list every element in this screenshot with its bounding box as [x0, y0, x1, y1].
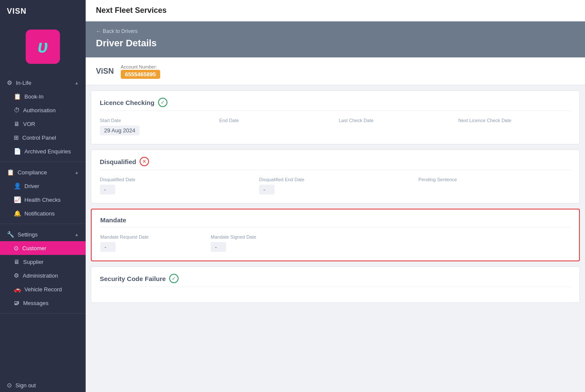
disqualified-card: Disqualified ✕ Disqualified Date - Disqu… [91, 150, 580, 203]
messages-icon: 🖳 [14, 299, 20, 306]
sign-out-label: Sign out [15, 382, 36, 389]
mandate-signed-date-value: - [211, 242, 226, 252]
sidebar-item-archived-enquiries[interactable]: 📄 Archived Enquiries [0, 144, 86, 158]
sidebar-item-authorisation[interactable]: ⏱ Authorisation [0, 103, 86, 117]
inlife-chevron: ▲ [75, 81, 79, 85]
divider-2 [0, 224, 86, 224]
messages-label: Messages [23, 300, 48, 306]
logo: υ [26, 30, 60, 64]
app-title-area: VISN [0, 0, 86, 23]
app-title: VISN [7, 7, 27, 16]
book-in-icon: 📋 [14, 93, 21, 100]
next-licence-check-date-label: Next Licence Check Date [458, 118, 571, 123]
field-start-date: Start Date 29 Aug 2024 [100, 118, 212, 135]
licence-checking-header: Licence Checking ✓ [100, 98, 571, 111]
disqualified-date-label: Disqualified Date [100, 177, 252, 182]
field-mandate-signed-date: Mandate Signed Date - [211, 234, 314, 252]
notifications-icon: 🔔 [14, 210, 21, 217]
health-checks-label: Health Checks [24, 197, 61, 203]
sign-out-icon: ⊙ [7, 382, 12, 389]
pending-sentence-label: Pending Sentence [418, 177, 571, 182]
disqualified-end-date-value: - [259, 185, 275, 195]
account-number-label: Account Number: [121, 64, 160, 69]
field-last-check-date: Last Check Date [339, 118, 451, 135]
vehicle-record-label: Vehicle Record [24, 286, 62, 293]
settings-icon: 🔧 [7, 231, 14, 238]
account-number-badge: 6555465895 [121, 70, 160, 79]
vehicle-record-icon: 🚗 [14, 286, 21, 293]
main-content: Next Fleet Services ← Back to Drivers Dr… [86, 0, 585, 392]
visn-card: ViSN Account Number: 6555465895 [86, 57, 585, 85]
customer-label: Customer [22, 245, 46, 251]
end-date-label: End Date [219, 118, 332, 123]
sidebar-item-supplier[interactable]: 🖥 Supplier [0, 255, 86, 269]
supplier-icon: 🖥 [14, 258, 20, 265]
settings-group-header[interactable]: 🔧 Settings ▲ [0, 227, 86, 241]
licence-checking-fields: Start Date 29 Aug 2024 End Date Last Che… [100, 118, 571, 135]
mandate-fields: Mandate Request Date - Mandate Signed Da… [100, 234, 314, 252]
inlife-icon: ⚙ [7, 79, 12, 86]
compliance-section: 📋 Compliance ▲ 👤 Driver 📈 Health Checks … [0, 164, 86, 222]
administration-label: Administration [23, 272, 58, 279]
disqualified-fields: Disqualified Date - Disqualified End Dat… [100, 177, 571, 195]
sidebar-item-health-checks[interactable]: 📈 Health Checks [0, 193, 86, 206]
authorisation-label: Authorisation [23, 107, 56, 114]
sidebar-item-customer[interactable]: ⊙ Customer [0, 241, 86, 255]
sidebar-item-book-in[interactable]: 📋 Book-In [0, 90, 86, 103]
licence-checking-title: Licence Checking [100, 99, 155, 106]
compliance-group-header[interactable]: 📋 Compliance ▲ [0, 165, 86, 179]
customer-icon: ⊙ [14, 245, 19, 251]
driver-label: Driver [24, 183, 39, 189]
inlife-group-header[interactable]: ⚙ In-Life ▲ [0, 76, 86, 90]
security-code-failure-card: Security Code Failure ✓ [91, 266, 580, 303]
back-arrow-icon: ← [96, 28, 101, 34]
field-end-date: End Date [219, 118, 332, 135]
supplier-label: Supplier [23, 259, 44, 265]
sidebar-item-driver[interactable]: 👤 Driver [0, 179, 86, 193]
sidebar-item-sign-out[interactable]: ⊙ Sign out [0, 378, 86, 392]
disqualified-date-value: - [100, 185, 115, 195]
sidebar-item-messages[interactable]: 🖳 Messages [0, 296, 86, 310]
security-code-failure-title: Security Code Failure [100, 275, 166, 282]
authorisation-icon: ⏱ [14, 107, 20, 114]
field-disqualified-end-date: Disqualified End Date - [259, 177, 412, 195]
field-pending-sentence: Pending Sentence [418, 177, 571, 195]
back-link[interactable]: ← Back to Drivers [96, 28, 575, 34]
compliance-icon: 📋 [7, 169, 14, 176]
sidebar: VISN υ ⚙ In-Life ▲ 📋 Book-In ⏱ Authorisa… [0, 0, 86, 392]
back-link-label: Back to Drivers [103, 28, 137, 34]
settings-section: 🔧 Settings ▲ ⊙ Customer 🖥 Supplier ⚙ Adm… [0, 226, 86, 311]
page-title: Driver Details [96, 38, 575, 49]
settings-chevron: ▲ [75, 232, 79, 237]
field-disqualified-date: Disqualified Date - [100, 177, 252, 195]
mandate-signed-date-label: Mandate Signed Date [211, 234, 314, 239]
driver-icon: 👤 [14, 183, 21, 189]
archived-enquiries-label: Archived Enquiries [24, 148, 71, 155]
content-area: ← Back to Drivers Driver Details ViSN Ac… [86, 21, 585, 392]
sidebar-item-vor[interactable]: 🖥 VOR [0, 117, 86, 131]
mandate-request-date-value: - [100, 242, 116, 252]
compliance-label: Compliance [18, 169, 47, 176]
last-check-date-label: Last Check Date [339, 118, 451, 123]
licence-checking-card: Licence Checking ✓ Start Date 29 Aug 202… [91, 90, 580, 144]
vor-label: VOR [23, 121, 35, 127]
control-panel-label: Control Panel [22, 135, 56, 141]
inlife-section: ⚙ In-Life ▲ 📋 Book-In ⏱ Authorisation 🖥 … [0, 74, 86, 160]
vor-icon: 🖥 [14, 120, 20, 127]
sidebar-item-control-panel[interactable]: ⊞ Control Panel [0, 131, 86, 144]
start-date-value: 29 Aug 2024 [100, 126, 140, 135]
sidebar-item-administration[interactable]: ⚙ Administration [0, 269, 86, 282]
settings-label: Settings [18, 231, 38, 238]
security-code-failure-status-icon: ✓ [169, 274, 179, 283]
archived-enquiries-icon: 📄 [14, 148, 21, 155]
field-next-licence-check-date: Next Licence Check Date [458, 118, 571, 135]
field-mandate-request-date: Mandate Request Date - [100, 234, 204, 252]
sidebar-item-vehicle-record[interactable]: 🚗 Vehicle Record [0, 282, 86, 296]
divider-3 [0, 313, 86, 314]
mandate-request-date-label: Mandate Request Date [100, 234, 204, 239]
disqualified-title: Disqualified [100, 158, 136, 165]
visn-card-title: ViSN [96, 67, 114, 76]
sidebar-item-notifications[interactable]: 🔔 Notifications [0, 206, 86, 220]
inlife-label: In-Life [16, 80, 31, 86]
page-header: ← Back to Drivers Driver Details [86, 21, 585, 57]
